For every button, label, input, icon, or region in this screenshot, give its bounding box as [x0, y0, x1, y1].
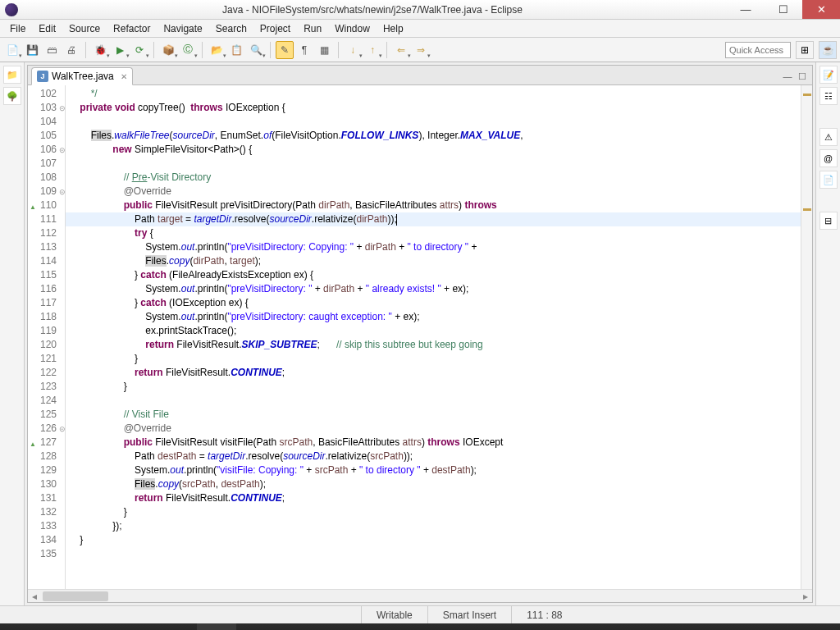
editor-tab-walktree[interactable]: J WalkTree.java ✕ — [31, 67, 133, 85]
window-minimize-button[interactable]: — — [727, 0, 765, 19]
overview-ruler[interactable] — [801, 85, 812, 589]
menu-edit[interactable]: Edit — [32, 21, 62, 37]
taskbar-tray-icon[interactable]: ▴ — [791, 623, 815, 630]
search-button[interactable]: 🔍 — [247, 41, 265, 59]
save-all-button[interactable]: 🗃 — [43, 41, 61, 59]
windows-taskbar: ⊞ ⓔ 🗂 🔵 ◆ ⌨ ▴ 🏳 — [0, 623, 840, 630]
minimize-view-icon[interactable]: — — [781, 71, 794, 84]
horizontal-scrollbar[interactable]: ◂▸ — [28, 589, 812, 602]
debug-button[interactable]: 🐞 — [91, 41, 109, 59]
menu-project[interactable]: Project — [253, 21, 297, 37]
source-editor[interactable]: */ private void copyTree() throws IOExce… — [66, 85, 801, 589]
show-whitespace-button[interactable]: ¶ — [295, 41, 313, 59]
close-tab-icon[interactable]: ✕ — [121, 72, 127, 81]
main-toolbar: 📄 💾 🗃 🖨 🐞 ▶ ⟳ 📦 Ⓒ 📂 📋 🔍 ✎ ¶ ▦ ↓ ↑ ⇐ ⇒ ⊞ … — [0, 38, 840, 62]
java-perspective-button[interactable]: ☕ — [819, 41, 837, 59]
open-perspective-button[interactable]: ⊞ — [796, 41, 814, 59]
line-number-gutter[interactable]: 1021031041051061071081091101111121131141… — [28, 85, 66, 589]
toolbar-separator — [338, 42, 339, 58]
taskbar-ie-icon[interactable]: ⓔ — [39, 623, 79, 630]
status-writable: Writable — [361, 606, 427, 623]
menu-refactor[interactable]: Refactor — [107, 21, 157, 37]
open-task-button[interactable]: 📋 — [227, 41, 245, 59]
new-package-button[interactable]: 📦 — [159, 41, 177, 59]
editor-tabs: J WalkTree.java ✕ — ☐ — [28, 66, 812, 85]
status-cursor-position: 111 : 88 — [511, 606, 577, 623]
back-button[interactable]: ⇐ — [392, 41, 410, 59]
left-trim-bar: 📁 🌳 — [0, 62, 25, 605]
menu-window[interactable]: Window — [328, 21, 377, 37]
window-title: Java - NIOFileSystem/src/whats/newin/j2s… — [18, 4, 727, 16]
right-trim-bar: 📝 ☷ ⚠ @ 📄 ⊟ — [815, 62, 840, 605]
taskbar-action-center-icon[interactable]: 🏳 — [815, 623, 840, 630]
block-select-button[interactable]: ▦ — [315, 41, 333, 59]
prev-annotation-button[interactable]: ↑ — [363, 41, 381, 59]
taskbar-keyboard-icon[interactable]: ⌨ — [751, 623, 791, 630]
java-file-icon: J — [37, 71, 48, 82]
window-titlebar: Java - NIOFileSystem/src/whats/newin/j2s… — [0, 0, 840, 20]
maximize-view-icon[interactable]: ☐ — [796, 71, 809, 84]
save-button[interactable]: 💾 — [23, 41, 41, 59]
menu-bar: File Edit Source Refactor Navigate Searc… — [0, 20, 840, 38]
toolbar-separator — [85, 42, 86, 58]
menu-navigate[interactable]: Navigate — [157, 21, 208, 37]
toolbar-separator — [153, 42, 154, 58]
taskbar-chrome-icon[interactable]: 🔵 — [118, 623, 158, 630]
print-button[interactable]: 🖨 — [62, 41, 80, 59]
status-insert-mode: Smart Insert — [427, 606, 511, 623]
taskbar-explorer-icon[interactable]: 🗂 — [79, 623, 118, 630]
javadoc-icon[interactable]: @ — [819, 149, 838, 167]
toggle-mark-button[interactable]: ✎ — [276, 41, 294, 59]
run-last-button[interactable]: ⟳ — [130, 41, 148, 59]
task-list-icon[interactable]: 📝 — [819, 66, 838, 84]
declaration-icon[interactable]: 📄 — [819, 171, 838, 189]
package-explorer-icon[interactable]: 📁 — [3, 66, 21, 84]
code-view: 1021031041051061071081091101111121131141… — [28, 85, 812, 589]
menu-run[interactable]: Run — [297, 21, 328, 37]
toolbar-separator — [270, 42, 271, 58]
menu-file[interactable]: File — [3, 21, 32, 37]
editor-area: J WalkTree.java ✕ — ☐ 102103104105106107… — [27, 65, 813, 603]
problems-icon[interactable]: ⚠ — [819, 128, 838, 146]
new-class-button[interactable]: Ⓒ — [179, 41, 197, 59]
open-type-button[interactable]: 📂 — [208, 41, 226, 59]
eclipse-icon — [5, 3, 18, 16]
workbench: 📁 🌳 J WalkTree.java ✕ — ☐ 10210310410510… — [0, 62, 840, 605]
forward-button[interactable]: ⇒ — [412, 41, 430, 59]
window-maximize-button[interactable]: ☐ — [765, 0, 802, 19]
new-button[interactable]: 📄 — [3, 41, 21, 59]
window-close-button[interactable]: ✕ — [802, 0, 840, 19]
restore-icon[interactable]: ⊟ — [819, 212, 838, 230]
editor-tab-label: WalkTree.java — [52, 71, 114, 82]
toolbar-separator — [202, 42, 203, 58]
taskbar-app-icon[interactable]: ◆ — [158, 623, 197, 630]
menu-source[interactable]: Source — [62, 21, 107, 37]
menu-help[interactable]: Help — [377, 21, 410, 37]
menu-search[interactable]: Search — [209, 21, 253, 37]
run-button[interactable]: ▶ — [111, 41, 129, 59]
toolbar-separator — [386, 42, 387, 58]
start-button[interactable]: ⊞ — [0, 623, 39, 630]
quick-access-input[interactable] — [725, 42, 791, 58]
outline-icon[interactable]: ☷ — [819, 87, 838, 105]
next-annotation-button[interactable]: ↓ — [344, 41, 362, 59]
taskbar-eclipse-icon[interactable] — [197, 623, 236, 630]
status-bar: Writable Smart Insert 111 : 88 — [0, 605, 840, 623]
type-hierarchy-icon[interactable]: 🌳 — [3, 87, 21, 105]
